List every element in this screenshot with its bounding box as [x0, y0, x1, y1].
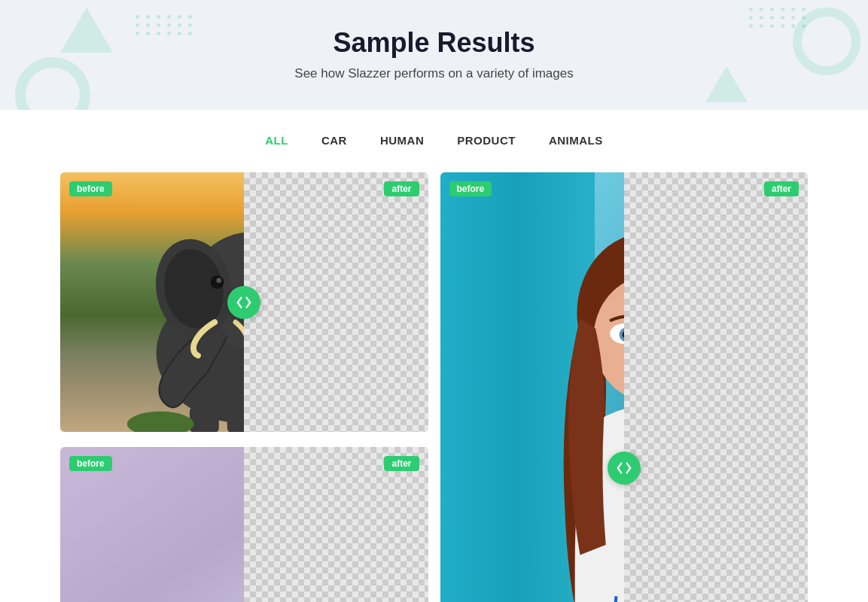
compare-card-elephant[interactable]: before after: [60, 172, 428, 432]
compare-card-woman[interactable]: before after: [440, 172, 809, 602]
filter-bar: ALL CAR HUMAN PRODUCT ANIMALS: [0, 110, 868, 165]
page-subtitle: See how Slazzer performs on a variety of…: [15, 66, 853, 81]
before-label-product: before: [69, 456, 112, 471]
before-label-elephant: before: [69, 181, 112, 196]
filter-product[interactable]: PRODUCT: [455, 131, 517, 150]
page-header: Sample Results See how Slazzer performs …: [0, 0, 868, 110]
svg-point-11: [127, 411, 194, 432]
before-label-woman: before: [449, 181, 492, 196]
compare-handle-elephant[interactable]: [227, 286, 260, 319]
svg-rect-7: [190, 407, 219, 432]
compare-arrows-icon-woman: [616, 460, 632, 476]
compare-card-product[interactable]: before after: [60, 447, 428, 602]
page-title: Sample Results: [15, 27, 853, 59]
after-label-woman: after: [764, 181, 799, 196]
compare-handle-woman[interactable]: [608, 451, 641, 485]
woman-after-side: [624, 172, 808, 602]
filter-animals[interactable]: ANIMALS: [547, 131, 605, 150]
deco-dots-right: [749, 8, 808, 28]
filter-human[interactable]: HUMAN: [379, 131, 425, 150]
after-label-product: after: [384, 456, 419, 471]
elephant-after-side: [244, 172, 428, 432]
deco-circle-left: [15, 57, 90, 110]
svg-point-6: [217, 278, 222, 283]
after-label-elephant: after: [384, 181, 419, 196]
filter-all[interactable]: ALL: [263, 131, 290, 150]
compare-arrows-icon: [236, 294, 252, 311]
filter-car[interactable]: CAR: [320, 131, 349, 150]
results-grid: before after: [0, 165, 868, 602]
